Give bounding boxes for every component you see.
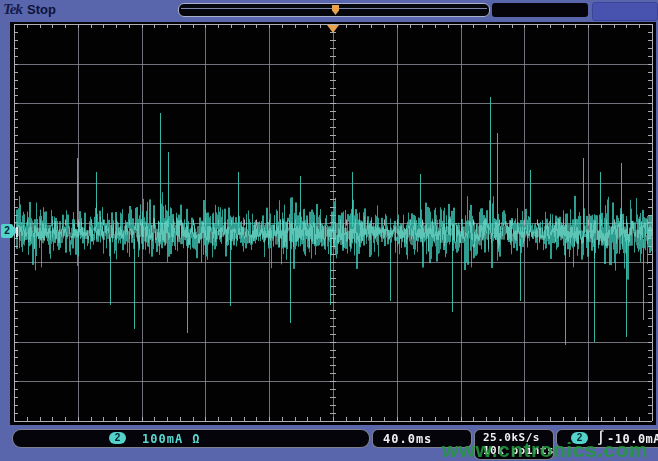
oscilloscope-screen: Tek Stop 2 2 100mAΩ 40.0ms 25.0kS/s 10k … (0, 0, 658, 461)
watermark: www.cntronics.com (442, 438, 648, 461)
trigger-point-triangle-icon[interactable] (327, 25, 339, 33)
channel-2-readout-bar[interactable]: 2 100mAΩ (12, 429, 370, 448)
graticule-canvas (0, 0, 658, 461)
impedance-symbol: Ω (192, 432, 200, 446)
channel-2-badge: 2 (109, 432, 126, 444)
timebase-value: 40.0ms (383, 432, 432, 446)
channel-2-position-marker[interactable]: 2 (1, 224, 13, 238)
channel-2-scale: 100mAΩ (142, 432, 200, 446)
channel-2-marker-label: 2 (4, 225, 10, 236)
channel-2-level-dash (16, 227, 18, 237)
